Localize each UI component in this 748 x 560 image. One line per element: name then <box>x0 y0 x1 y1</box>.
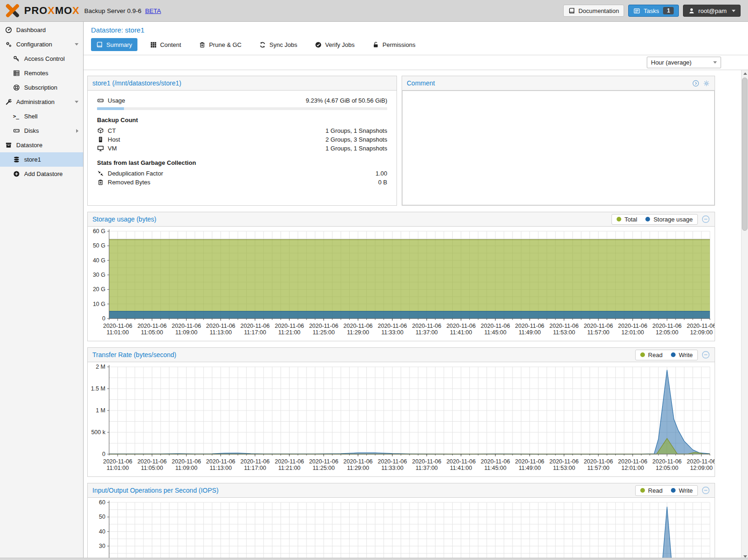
transfer-rate-chart-panel: Transfer Rate (bytes/second) Read Write <box>87 347 715 477</box>
collapse-minus-icon[interactable] <box>702 351 710 359</box>
svg-text:0: 0 <box>102 451 105 457</box>
store1-panel-title: store1 (/mnt/datastores/store1) <box>92 79 181 87</box>
svg-text:11:13:00: 11:13:00 <box>209 329 232 336</box>
svg-text:12:09:00: 12:09:00 <box>690 465 713 471</box>
svg-text:11:37:00: 11:37:00 <box>416 465 438 471</box>
svg-text:2020-11-06: 2020-11-06 <box>549 323 579 329</box>
tab-sync-jobs[interactable]: Sync Jobs <box>254 38 302 51</box>
key-icon <box>13 55 20 62</box>
svg-text:2020-11-06: 2020-11-06 <box>481 458 510 465</box>
sync-icon <box>259 41 266 48</box>
svg-text:12:01:00: 12:01:00 <box>621 465 644 471</box>
page-header: Datastore: store1 Summary Content <box>84 22 748 55</box>
wrench-icon <box>5 98 12 105</box>
svg-text:11:33:00: 11:33:00 <box>381 465 403 471</box>
legend-item-storage-usage[interactable]: Storage usage <box>645 216 693 223</box>
svg-text:11:01:00: 11:01:00 <box>107 465 129 471</box>
svg-text:60 G: 60 G <box>93 228 105 234</box>
svg-text:2020-11-06: 2020-11-06 <box>172 323 201 329</box>
collapse-arrow-icon <box>75 101 78 103</box>
svg-text:2020-11-06: 2020-11-06 <box>309 458 338 465</box>
ct-label: CT <box>108 127 116 134</box>
legend-item-total[interactable]: Total <box>617 216 637 223</box>
book-icon <box>568 7 575 14</box>
cube-icon <box>97 127 104 134</box>
svg-text:2020-11-06: 2020-11-06 <box>172 458 201 465</box>
tab-permissions[interactable]: Permissions <box>367 38 421 51</box>
sidebar-item-access-control[interactable]: Access Control <box>0 52 83 66</box>
svg-text:0: 0 <box>102 315 105 322</box>
legend-dot-read <box>640 352 645 357</box>
archive-box-icon <box>5 142 12 149</box>
brand-wordmark: PROXMOX <box>24 5 80 17</box>
chevron-down-icon <box>732 10 735 12</box>
grid-icon <box>150 41 157 48</box>
svg-text:11:17:00: 11:17:00 <box>244 465 266 471</box>
user-menu-button[interactable]: root@pam <box>683 5 741 17</box>
svg-text:11:37:00: 11:37:00 <box>416 329 438 336</box>
sidebar-item-remotes[interactable]: Remotes <box>0 66 83 80</box>
svg-text:1 M: 1 M <box>96 407 105 414</box>
triangle-up-icon <box>743 72 747 75</box>
compress-arrows-icon <box>97 170 104 177</box>
svg-text:2020-11-06: 2020-11-06 <box>206 458 235 465</box>
sidebar-item-store1[interactable]: store1 <box>0 152 83 167</box>
sidebar-item-add-datastore[interactable]: Add Datastore <box>0 167 83 181</box>
svg-text:30: 30 <box>99 543 105 549</box>
tab-prune-gc[interactable]: Prune & GC <box>194 38 247 51</box>
comment-input[interactable] <box>402 91 715 205</box>
vm-label: VM <box>108 145 117 152</box>
svg-text:500 k: 500 k <box>91 429 105 436</box>
svg-text:2020-11-06: 2020-11-06 <box>378 323 407 329</box>
svg-text:10 G: 10 G <box>93 301 105 307</box>
svg-text:11:41:00: 11:41:00 <box>450 465 472 471</box>
sidebar-item-administration[interactable]: Administration <box>0 95 83 109</box>
dedup-label: Deduplication Factor <box>108 170 163 177</box>
legend-item-read[interactable]: Read <box>640 487 663 494</box>
hdd-icon <box>13 127 20 134</box>
plus-circle-icon <box>13 170 20 177</box>
collapse-minus-icon[interactable] <box>702 215 710 223</box>
legend-item-write[interactable]: Write <box>671 352 693 358</box>
tasks-icon <box>633 7 640 14</box>
tab-verify-jobs[interactable]: Verify Jobs <box>310 38 360 51</box>
scroll-up-button[interactable] <box>741 70 748 77</box>
sidebar-item-configuration[interactable]: Configuration <box>0 37 83 52</box>
svg-text:2020-11-06: 2020-11-06 <box>618 323 647 329</box>
vertical-scrollbar[interactable] <box>741 70 748 560</box>
svg-text:2020-11-06: 2020-11-06 <box>515 323 544 329</box>
beta-link[interactable]: BETA <box>145 7 161 14</box>
circle-chevron-right-icon[interactable] <box>692 79 699 87</box>
page-title: Datastore: store1 <box>91 26 748 34</box>
scrollbar-thumb[interactable] <box>742 78 748 231</box>
collapse-minus-icon[interactable] <box>702 486 710 495</box>
svg-text:11:49:00: 11:49:00 <box>519 329 541 336</box>
documentation-button[interactable]: Documentation <box>563 5 624 17</box>
svg-text:11:41:00: 11:41:00 <box>450 329 472 336</box>
svg-text:2020-11-06: 2020-11-06 <box>652 458 682 465</box>
transfer-rate-chart-title: Transfer Rate (bytes/second) <box>92 351 176 358</box>
svg-text:40: 40 <box>99 528 105 535</box>
legend-dot-total <box>617 217 621 221</box>
tasks-button[interactable]: Tasks 1 <box>628 5 679 17</box>
window-bottom-edge <box>0 558 748 560</box>
product-version: Backup Server 0.9-6 <box>85 7 142 14</box>
sidebar-item-disks[interactable]: Disks <box>0 124 83 138</box>
svg-text:2020-11-06: 2020-11-06 <box>103 458 132 465</box>
time-range-select[interactable]: Hour (average) <box>647 57 721 68</box>
tab-content[interactable]: Content <box>145 38 187 51</box>
terminal-icon: >_ <box>13 113 20 119</box>
svg-text:12:05:00: 12:05:00 <box>656 465 678 471</box>
sidebar-item-dashboard[interactable]: Dashboard <box>0 23 83 37</box>
sidebar-item-subscription[interactable]: Subscription <box>0 80 83 95</box>
gear-icon[interactable] <box>703 79 710 87</box>
sidebar-item-datastore[interactable]: Datastore <box>0 138 83 152</box>
legend-item-write[interactable]: Write <box>671 487 693 494</box>
svg-text:11:49:00: 11:49:00 <box>519 465 541 471</box>
removed-bytes-label: Removed Bytes <box>108 179 150 186</box>
svg-text:1.5 M: 1.5 M <box>91 385 105 392</box>
main-area: Datastore: store1 Summary Content <box>84 22 748 560</box>
legend-item-read[interactable]: Read <box>640 352 663 358</box>
sidebar-item-shell[interactable]: >_ Shell <box>0 109 83 124</box>
tab-summary[interactable]: Summary <box>91 38 137 51</box>
